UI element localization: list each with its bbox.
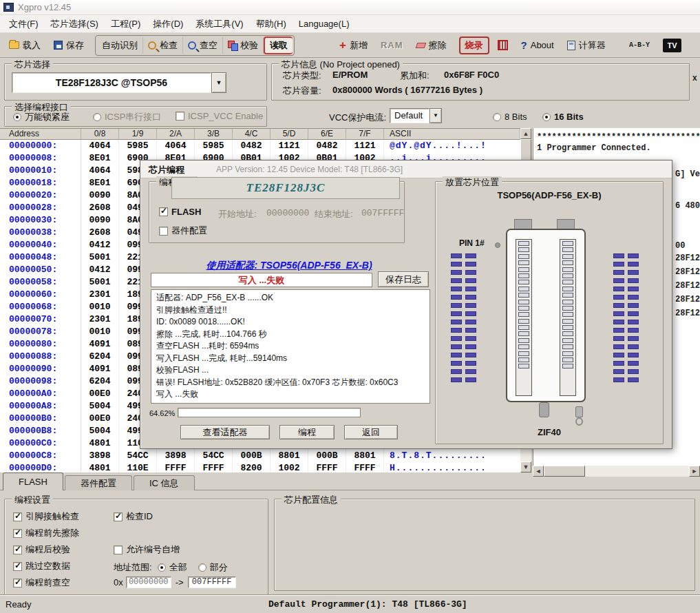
menu-item[interactable]: 操作(D): [147, 16, 189, 32]
info-scroll-thumb[interactable]: [544, 466, 585, 477]
erase-button[interactable]: 擦除: [412, 36, 452, 54]
menu-item[interactable]: 工程(P): [105, 16, 147, 32]
hex-value-cell[interactable]: 4091: [81, 338, 119, 351]
vcc-select[interactable]: Default: [390, 108, 429, 123]
verify-after-checkbox[interactable]: 编程后校验: [13, 543, 70, 556]
hex-value-cell[interactable]: FFFF: [157, 462, 195, 472]
menu-item[interactable]: 帮助(H): [250, 16, 293, 32]
chip-select-combo[interactable]: TE28F128J3C @TSOP56: [12, 72, 211, 93]
hex-value-cell[interactable]: 54CC: [195, 450, 233, 462]
hex-value-cell[interactable]: 0482: [308, 140, 346, 152]
vcc-dropdown-button[interactable]: ▼: [429, 108, 442, 123]
menu-item[interactable]: 文件(F): [3, 16, 45, 32]
hex-row[interactable]: 00000000:4064598540645985048211210482112…: [0, 140, 520, 152]
hex-value-cell[interactable]: 4801: [81, 462, 119, 472]
hex-value-cell[interactable]: 4064: [157, 140, 195, 152]
hex-value-cell[interactable]: 2608: [81, 202, 119, 214]
auto-detect-button[interactable]: 自动识别: [97, 37, 143, 54]
panel-close-x[interactable]: x: [692, 73, 697, 83]
socket-grid-button[interactable]: [493, 36, 513, 54]
hex-value-cell[interactable]: 110E: [119, 462, 157, 472]
hex-value-cell[interactable]: 2608: [81, 227, 119, 239]
about-button[interactable]: ? About: [516, 36, 559, 54]
hex-value-cell[interactable]: 8801: [271, 450, 308, 462]
hex-value-cell[interactable]: 3898: [157, 450, 195, 462]
hex-value-cell[interactable]: 00E0: [81, 413, 119, 425]
hex-value-cell[interactable]: FFFF: [308, 462, 346, 472]
addr-to-field[interactable]: 007FFFFF: [188, 576, 236, 588]
hex-value-cell[interactable]: 4091: [81, 363, 119, 375]
calculator-button[interactable]: 计算器: [562, 36, 611, 54]
hex-value-cell[interactable]: 5001: [81, 276, 119, 289]
hex-value-cell[interactable]: 3898: [81, 450, 119, 462]
hex-row[interactable]: 000000D0:4801110EFFFFFFFF82001002FFFFFFF…: [0, 462, 520, 472]
ram-button[interactable]: RAM: [376, 36, 408, 54]
addr-from-field[interactable]: 00000000: [126, 576, 171, 588]
back-button[interactable]: 返回: [344, 425, 398, 439]
burn-button[interactable]: 烧录: [459, 37, 489, 54]
blank-check-button[interactable]: 查空: [183, 37, 223, 54]
hex-value-cell[interactable]: 000B: [308, 450, 346, 462]
tv-button[interactable]: TV: [658, 36, 686, 54]
hex-value-cell[interactable]: 54CC: [119, 450, 157, 462]
hex-value-cell[interactable]: 5004: [81, 425, 119, 437]
load-button[interactable]: 载入: [4, 36, 45, 54]
hex-value-cell[interactable]: 1121: [346, 140, 384, 152]
chip-select-dropdown-button[interactable]: ▼: [211, 72, 226, 93]
erase-before-checkbox[interactable]: 编程前先擦除: [13, 527, 79, 539]
range-all-radio[interactable]: 全部: [158, 561, 187, 574]
hex-value-cell[interactable]: 5985: [119, 140, 157, 152]
pin-check-checkbox[interactable]: 引脚接触检查: [13, 510, 79, 523]
hex-value-cell[interactable]: 8E01: [81, 152, 119, 165]
flash-checkbox[interactable]: FLASH: [159, 207, 201, 217]
hex-value-cell[interactable]: 4064: [81, 140, 119, 152]
save-log-button[interactable]: 保存日志: [378, 271, 429, 287]
hex-value-cell[interactable]: 5004: [81, 400, 119, 413]
logic-tool-button[interactable]: A-B-Y: [624, 36, 655, 54]
hex-value-cell[interactable]: 1002: [271, 462, 308, 472]
hex-value-cell[interactable]: 8200: [233, 462, 271, 472]
hex-value-cell[interactable]: 000B: [233, 450, 271, 462]
check-button[interactable]: 检查: [143, 37, 183, 54]
hex-value-cell[interactable]: 0090: [81, 214, 119, 227]
hex-value-cell[interactable]: 00E0: [81, 388, 119, 400]
hex-value-cell[interactable]: 1121: [271, 140, 308, 152]
program-button[interactable]: 编程: [279, 425, 335, 439]
save-button[interactable]: 保存: [49, 36, 89, 54]
bits16-radio[interactable]: 16 Bits: [542, 112, 584, 122]
read-button[interactable]: 读取: [264, 37, 293, 54]
auto-serial-checkbox[interactable]: 允许编号自增: [114, 543, 180, 556]
hex-value-cell[interactable]: FFFF: [195, 462, 233, 472]
hex-value-cell[interactable]: 0090: [81, 189, 119, 202]
verify-button[interactable]: 校验: [223, 37, 264, 54]
menu-item[interactable]: Language(L): [293, 16, 356, 32]
hex-value-cell[interactable]: 6204: [81, 351, 119, 363]
tab-flash[interactable]: FLASH: [3, 472, 63, 490]
bits8-radio[interactable]: 8 Bits: [493, 112, 527, 122]
new-button[interactable]: + 新增: [335, 36, 372, 54]
hex-value-cell[interactable]: 4064: [81, 165, 119, 177]
hex-value-cell[interactable]: 5985: [195, 140, 233, 152]
hex-row[interactable]: 000000C8:389854CC389854CC000B8801000B880…: [0, 450, 520, 462]
hex-value-cell[interactable]: 0482: [233, 140, 271, 152]
range-part-radio[interactable]: 部分: [198, 561, 228, 574]
hex-value-cell[interactable]: 2301: [81, 313, 119, 326]
dialog-header[interactable]: 芯片编程 APP Version: 12.45 Device Model: T4…: [140, 160, 672, 178]
hex-value-cell[interactable]: 2301: [81, 289, 119, 301]
hex-value-cell[interactable]: 0412: [81, 239, 119, 251]
hex-scroll-down-button[interactable]: ▼: [520, 461, 531, 472]
hex-value-cell[interactable]: 0412: [81, 264, 119, 276]
hex-value-cell[interactable]: 8E01: [81, 177, 119, 189]
tab-ic-info[interactable]: IC 信息: [134, 475, 195, 490]
hex-value-cell[interactable]: 5001: [81, 251, 119, 264]
tab-device-config[interactable]: 器件配置: [65, 475, 132, 490]
hex-value-cell[interactable]: 0010: [81, 301, 119, 313]
hex-value-cell[interactable]: 4801: [81, 437, 119, 450]
device-config-checkbox[interactable]: 器件配置: [159, 225, 207, 237]
dialog-log[interactable]: 适配器: ADP_F56_EX-B ......OK 引脚接触检查通过!! ID…: [151, 289, 430, 404]
check-id-checkbox[interactable]: 检查ID: [114, 510, 153, 523]
menu-item[interactable]: 芯片选择(S): [45, 16, 105, 32]
view-adapter-button[interactable]: 查看适配器: [180, 425, 270, 439]
hex-scroll-up-button[interactable]: ▲: [520, 128, 531, 139]
hex-value-cell[interactable]: 0010: [81, 326, 119, 338]
